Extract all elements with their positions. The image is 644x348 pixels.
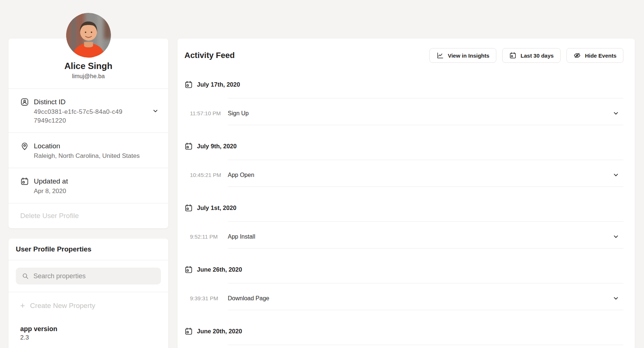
distinct-id-row: Distinct ID 49cc0381-e1fc-57c5-84a0-c497… [8, 89, 168, 133]
event-group-header: July 9th, 2020 [184, 125, 623, 160]
event-group-body: 9:52:11 PM App Install [228, 221, 623, 249]
user-profile-card: Alice Singh limuj@he.ba Distinct ID 49cc… [8, 39, 168, 228]
activity-feed-card: Activity Feed View in Insights Last 30 d… [177, 39, 635, 348]
event-group-header: July 1st, 2020 [184, 187, 623, 221]
hide-events-button[interactable]: Hide Events [566, 48, 623, 63]
location-row: Location Raleigh, North Carolina, United… [8, 133, 168, 168]
location-content: Location Raleigh, North Carolina, United… [34, 141, 140, 160]
contact-card-icon [20, 98, 29, 106]
search-properties-input[interactable] [33, 272, 155, 280]
feed-actions: View in Insights Last 30 days Hide Event… [429, 48, 623, 63]
calendar-icon [184, 80, 193, 89]
event-row[interactable]: 9:52:11 PM App Install [228, 222, 623, 249]
group-date: July 9th, 2020 [197, 143, 237, 150]
group-date: June 26th, 2020 [197, 266, 242, 273]
event-time: 11:57:10 PM [190, 110, 225, 116]
last-30-days-button[interactable]: Last 30 days [502, 48, 561, 63]
delete-user-profile-button[interactable]: Delete User Profile [8, 203, 168, 228]
calendar-icon [509, 52, 517, 59]
property-value: 2.3 [20, 333, 156, 342]
chevron-down-icon[interactable] [613, 295, 619, 301]
location-value: Raleigh, North Carolina, United States [34, 152, 140, 160]
event-group-header: July 17th, 2020 [184, 64, 623, 98]
updated-at-value: Apr 8, 2020 [34, 187, 68, 196]
calendar-icon [20, 177, 29, 186]
activity-feed-header: Activity Feed View in Insights Last 30 d… [184, 47, 623, 64]
updated-at-label: Updated at [34, 177, 68, 186]
event-time: 9:39:31 PM [190, 295, 225, 301]
calendar-icon [184, 265, 193, 274]
view-in-insights-button[interactable]: View in Insights [429, 48, 496, 63]
create-new-property-label: Create New Property [30, 301, 95, 311]
event-name: App Open [228, 172, 254, 178]
calendar-icon [184, 204, 193, 212]
line-chart-icon [436, 52, 444, 59]
distinct-id-content: Distinct ID 49cc0381-e1fc-57c5-84a0-c497… [34, 97, 124, 125]
profile-email: limuj@he.ba [17, 72, 159, 80]
event-name: App Install [228, 233, 255, 240]
chevron-down-icon[interactable] [613, 233, 619, 240]
group-date: July 1st, 2020 [197, 204, 236, 211]
event-time: 10:45:21 PM [190, 172, 225, 178]
distinct-id-label: Distinct ID [34, 97, 124, 107]
updated-at-content: Updated at Apr 8, 2020 [34, 177, 68, 196]
group-date: July 17th, 2020 [197, 81, 240, 88]
create-new-property-button[interactable]: + Create New Property [8, 292, 168, 317]
calendar-icon [184, 327, 193, 336]
search-box[interactable] [16, 268, 161, 284]
properties-title-row: User Profile Properties [8, 239, 168, 260]
event-group-body: 11:57:10 PM Sign Up [228, 98, 623, 125]
avatar-image [66, 13, 111, 58]
location-label: Location [34, 141, 140, 151]
user-profile-properties-card: User Profile Properties + Create New Pro… [8, 239, 168, 348]
event-row[interactable]: 9:39:31 PM Download Page [228, 283, 623, 310]
event-row[interactable]: 10:45:21 PM App Open [228, 160, 623, 187]
event-group-body: 9:39:31 PM Download Page [228, 283, 623, 310]
hide-events-label: Hide Events [585, 52, 616, 59]
activity-feed-title: Activity Feed [184, 51, 235, 60]
event-group: June 26th, 2020 9:39:31 PM Download Page [184, 249, 623, 310]
event-group-body [228, 345, 623, 345]
event-name: Sign Up [228, 110, 249, 117]
property-item: app version 2.3 [8, 317, 168, 348]
event-group: July 17th, 2020 11:57:10 PM Sign Up [184, 64, 623, 125]
plus-icon: + [20, 302, 25, 310]
avatar [66, 13, 111, 58]
group-date: June 20th, 2020 [197, 328, 242, 335]
calendar-icon [184, 142, 193, 151]
event-group: June 20th, 2020 [184, 310, 623, 345]
event-group: July 1st, 2020 9:52:11 PM App Install [184, 187, 623, 249]
last-30-days-label: Last 30 days [521, 52, 554, 59]
event-row[interactable]: 11:57:10 PM Sign Up [228, 98, 623, 125]
event-group-header: June 26th, 2020 [184, 249, 623, 283]
chevron-down-icon[interactable] [613, 172, 619, 178]
left-sidebar: Alice Singh limuj@he.ba Distinct ID 49cc… [8, 39, 168, 348]
profile-name: Alice Singh [17, 61, 159, 72]
search-icon [22, 272, 29, 280]
event-time: 9:52:11 PM [190, 233, 225, 240]
properties-search-row [8, 260, 168, 292]
properties-title: User Profile Properties [16, 244, 161, 254]
distinct-id-value: 49cc0381-e1fc-57c5-84a0-c497949c1220 [34, 108, 124, 125]
updated-at-row: Updated at Apr 8, 2020 [8, 168, 168, 203]
event-group-body: 10:45:21 PM App Open [228, 160, 623, 187]
property-name: app version [20, 325, 156, 333]
location-pin-icon [20, 142, 29, 151]
event-group: July 9th, 2020 10:45:21 PM App Open [184, 125, 623, 187]
chevron-down-icon[interactable] [152, 108, 159, 114]
chevron-down-icon[interactable] [613, 110, 619, 116]
event-name: Download Page [228, 295, 269, 302]
eye-off-icon [573, 52, 581, 59]
event-group-header: June 20th, 2020 [184, 310, 623, 345]
view-in-insights-label: View in Insights [448, 52, 489, 59]
